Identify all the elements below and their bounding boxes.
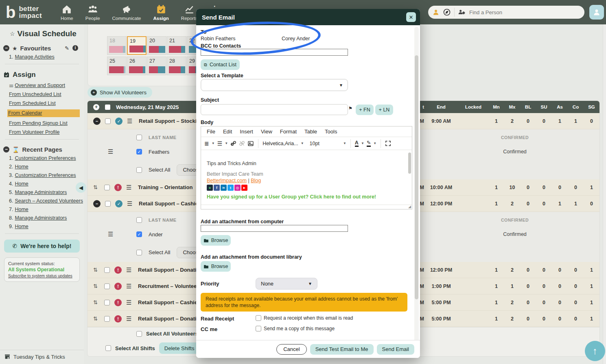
calendar-day-27[interactable]: 27 — [147, 57, 166, 75]
calendar-day-21[interactable]: 21 — [167, 36, 186, 55]
recent-page-item[interactable]: 7.Home — [9, 207, 84, 212]
bullet-list-icon[interactable]: ☰ — [217, 140, 223, 147]
select-all-checkbox[interactable] — [136, 167, 142, 173]
recent-page-item[interactable]: 2.Home — [9, 164, 84, 170]
calendar-day-18[interactable]: 18 — [107, 36, 127, 55]
insert-image-icon[interactable] — [247, 140, 254, 147]
menu-insert[interactable]: Insert — [240, 129, 253, 135]
browse-computer-button[interactable]: Browse — [201, 235, 231, 246]
star-outline-icon[interactable]: ☆ — [10, 31, 15, 37]
select-all-volunteers-checkbox[interactable] — [136, 331, 142, 337]
sidebar-link-from-unscheduled-list[interactable]: From Unscheduled List — [9, 92, 84, 97]
editor-scrollbar[interactable] — [408, 153, 411, 174]
drag-handle-icon[interactable]: ☰ — [127, 202, 134, 206]
chevron-down-icon[interactable]: ▼ — [373, 142, 376, 145]
menu-file[interactable]: File — [207, 129, 215, 135]
cc-me-checkbox[interactable] — [256, 326, 261, 331]
recent-page-item[interactable]: 9.Home — [9, 224, 84, 229]
scroll-to-top-button[interactable]: ↑ — [585, 341, 605, 361]
user-avatar-button[interactable] — [589, 5, 604, 20]
favourites-item[interactable]: 1.Manage Activities — [9, 54, 84, 60]
shift-checkbox[interactable] — [105, 118, 111, 124]
betterimpact-link[interactable]: BetterImpact.com — [207, 178, 247, 183]
column-checkbox[interactable] — [136, 217, 142, 223]
menu-format[interactable]: Format — [280, 129, 297, 135]
priority-select[interactable]: None ▼ — [256, 278, 317, 290]
recent-page-item[interactable]: 1.Customization Preferences — [9, 155, 84, 161]
calendar-day-19-selected[interactable]: 19 — [127, 36, 147, 55]
insert-first-name-button[interactable]: + FN — [356, 105, 374, 115]
nav-reports[interactable]: Reports — [181, 4, 197, 21]
editor-content[interactable]: Tips and Tricks Admin Better Impact Care… — [201, 150, 412, 205]
collapse-section-icon[interactable]: − — [3, 146, 9, 153]
tips-footer-link[interactable]: Tuesday Tips & Tricks — [0, 350, 84, 364]
sidebar-link-from-calendar-active[interactable]: From Calendar — [7, 109, 80, 117]
recent-page-item[interactable]: 4.Home — [9, 181, 84, 187]
menu-table[interactable]: Table — [304, 129, 317, 135]
browse-library-button[interactable]: Browse — [201, 261, 231, 272]
read-receipt-checkbox[interactable] — [256, 315, 261, 321]
shift-checkbox[interactable] — [104, 267, 110, 273]
subject-input[interactable] — [201, 104, 348, 115]
status-subscribe-link[interactable]: Subscribe to system status updates — [8, 274, 76, 278]
recent-page-item[interactable]: 3.Customization Preferences — [9, 172, 84, 178]
numbered-list-icon[interactable]: ≣ — [204, 140, 209, 147]
recent-page-item[interactable]: 8.Manage Administrators — [9, 215, 84, 221]
day-checkbox[interactable] — [105, 105, 110, 110]
nav-assign-active[interactable]: Assign — [153, 4, 168, 21]
collapse-icon[interactable]: − — [93, 118, 101, 125]
sidebar-link-from-pending-signup-list[interactable]: From Pending Signup List — [9, 120, 84, 126]
fullscreen-icon[interactable] — [385, 140, 391, 146]
shift-checkbox[interactable] — [104, 316, 110, 322]
drag-handle-icon[interactable]: ☰ — [126, 317, 133, 321]
delete-shifts-button[interactable]: Delete Shifts — [159, 342, 200, 354]
text-color-icon[interactable]: A — [355, 140, 359, 147]
facebook-icon[interactable]: f — [214, 185, 220, 191]
shift-checkbox[interactable] — [104, 300, 110, 305]
twitter-icon[interactable]: t — [228, 185, 234, 191]
sidebar-link-from-scheduled-list[interactable]: From Scheduled List — [9, 100, 84, 106]
volunteer-checkbox-checked[interactable]: ✓ — [136, 149, 142, 155]
drag-handle-icon[interactable]: ☰ — [126, 268, 133, 272]
resize-handle[interactable]: ◢ — [408, 205, 411, 209]
help-button[interactable]: ✆ We're here to help! — [4, 240, 80, 253]
drag-handle-icon[interactable]: ☰ — [126, 185, 133, 190]
find-person-search[interactable] — [428, 6, 584, 19]
menu-tools[interactable]: Tools — [325, 129, 337, 135]
chevron-down-icon[interactable]: ▼ — [225, 142, 228, 145]
user-group-note[interactable]: Have you signed up for a User Group yet?… — [207, 194, 406, 200]
drag-handle-icon[interactable]: ☰ — [108, 150, 115, 154]
cancel-button[interactable]: Cancel — [276, 344, 306, 355]
nav-people[interactable]: People — [85, 4, 100, 21]
instagram-icon[interactable]: ◎ — [234, 185, 241, 191]
column-checkbox[interactable] — [136, 135, 142, 140]
modal-scrollbar[interactable] — [414, 27, 419, 348]
info-icon[interactable]: i — [72, 45, 78, 51]
attachment-input[interactable] — [201, 225, 348, 232]
insert-last-name-button[interactable]: + LN — [375, 105, 393, 115]
chevron-down-icon[interactable]: ▼ — [361, 142, 364, 145]
shift-checkbox[interactable] — [104, 185, 110, 190]
modal-scrollbar-thumb[interactable] — [415, 55, 418, 299]
show-all-volunteers-button[interactable]: + Show All Volunteers — [88, 87, 152, 98]
calendar-day-28[interactable]: 28 — [167, 57, 186, 75]
nav-communicate[interactable]: Communicate — [112, 4, 141, 21]
read-receipt-option[interactable]: Request a receipt when this email is rea… — [256, 315, 353, 321]
bcc-input[interactable] — [201, 49, 348, 56]
blog-link[interactable]: Blog — [251, 178, 261, 183]
drag-handle-icon[interactable]: ☰ — [108, 232, 115, 236]
send-test-email-button[interactable]: Send Test Email to Me — [310, 344, 374, 355]
nav-home[interactable]: Home — [61, 4, 73, 21]
collapse-icon[interactable]: − — [93, 200, 101, 207]
recent-page-item[interactable]: 5.Manage Administrators — [9, 190, 84, 195]
link-icon[interactable] — [230, 140, 236, 146]
contact-list-button[interactable]: ⧉ Contact List — [201, 59, 240, 70]
font-family-select[interactable]: Helvetica,Aria... — [263, 141, 298, 146]
expand-day-icon[interactable]: + — [93, 104, 99, 110]
close-icon[interactable]: ✕ — [406, 12, 416, 22]
page-scrollbar[interactable] — [603, 24, 606, 364]
unlink-icon[interactable] — [239, 140, 245, 146]
calendar-day-26[interactable]: 26 — [127, 57, 147, 75]
select-all-checkbox[interactable] — [136, 250, 142, 255]
drag-handle-icon[interactable]: ☰ — [127, 119, 134, 123]
